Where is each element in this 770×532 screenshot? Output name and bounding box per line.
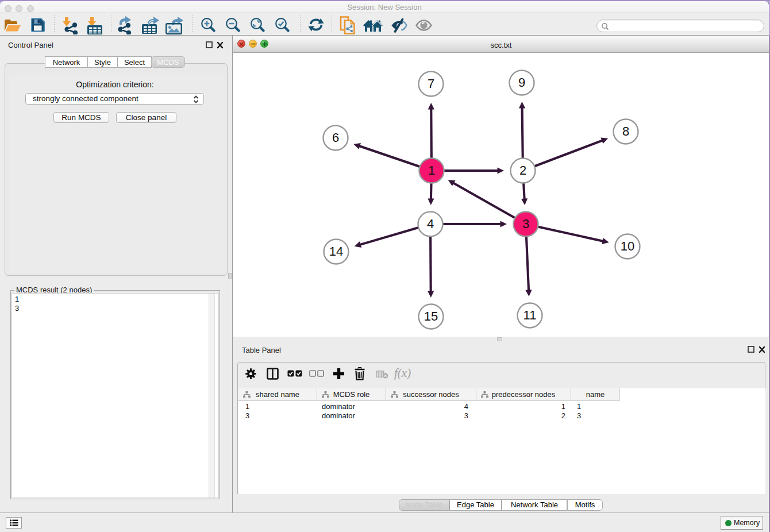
svg-text:6: 6	[332, 130, 339, 145]
svg-text:4: 4	[427, 217, 434, 231]
svg-text:9: 9	[518, 75, 525, 90]
svg-text:14: 14	[329, 244, 343, 259]
svg-text:15: 15	[424, 309, 438, 323]
svg-text:7: 7	[428, 76, 434, 91]
svg-text:10: 10	[621, 239, 634, 253]
svg-text:3: 3	[522, 217, 529, 231]
svg-text:11: 11	[523, 308, 537, 322]
svg-text:2: 2	[519, 163, 526, 178]
svg-text:8: 8	[622, 124, 629, 138]
svg-text:1: 1	[428, 163, 435, 178]
